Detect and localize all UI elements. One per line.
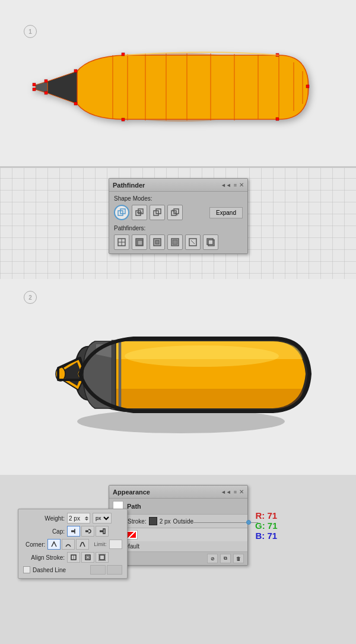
pathfinder-controls: ◄◄ ≡ ✕ — [221, 182, 244, 188]
svg-rect-61 — [100, 555, 104, 560]
intersect-btn[interactable] — [150, 205, 165, 220]
outline-btn[interactable] — [185, 234, 201, 250]
pathfinder-menu[interactable]: ≡ — [234, 182, 237, 188]
path-row: Path — [109, 499, 247, 515]
stroke-row[interactable]: 👁 Stroke: 2 px Outside — [109, 515, 247, 528]
divider-1 — [0, 166, 356, 168]
miter-corner-btn[interactable] — [47, 539, 61, 550]
pathfinders-row — [114, 234, 243, 250]
weight-spinner[interactable] — [85, 516, 88, 521]
stroke-detail-row — [109, 528, 247, 541]
rgb-values: R: 71 G: 71 B: 71 — [255, 510, 278, 541]
dashed-checkbox[interactable] — [23, 566, 30, 573]
weight-unit-select[interactable]: px — [93, 513, 112, 524]
appearance-menu[interactable]: ≡ — [234, 489, 237, 495]
round-corner-btn[interactable] — [62, 539, 75, 550]
shape-modes-row: Expand — [114, 205, 243, 220]
dash-input-2[interactable] — [107, 565, 122, 575]
svg-rect-42 — [173, 240, 177, 245]
expand-button[interactable]: Expand — [209, 207, 243, 218]
svg-rect-20 — [44, 80, 47, 83]
appearance-panel: Appearance ◄◄ ≡ ✕ Path 👁 Stroke: 2 px Ou… — [109, 485, 248, 566]
unite-btn[interactable] — [114, 205, 129, 220]
pathfinders-label: Pathfinders: — [114, 225, 243, 231]
weight-value: 2 px — [69, 515, 84, 522]
svg-rect-15 — [122, 53, 125, 56]
divide-btn[interactable] — [114, 234, 129, 250]
weight-row: Weight: 2 px px — [23, 513, 122, 524]
weight-input[interactable]: 2 px — [67, 513, 90, 524]
step-2-number: 2 — [24, 291, 37, 304]
align-center-btn[interactable] — [67, 552, 80, 563]
path-label: Path — [127, 503, 141, 510]
pathfinder-close[interactable]: ✕ — [239, 182, 244, 188]
duplicate-btn[interactable]: ⧉ — [220, 554, 231, 563]
svg-rect-19 — [306, 85, 309, 88]
butt-cap-btn[interactable] — [67, 526, 80, 537]
round-cap-btn[interactable] — [81, 526, 94, 537]
svg-rect-59 — [85, 555, 90, 560]
svg-rect-38 — [138, 240, 142, 245]
corner-row: Corner: Limit: — [23, 539, 122, 550]
align-inside-btn[interactable] — [81, 552, 94, 563]
svg-rect-56 — [103, 529, 105, 534]
align-buttons — [67, 552, 109, 563]
svg-rect-23 — [33, 88, 36, 91]
svg-rect-13 — [74, 69, 77, 72]
marker-wireframe — [30, 39, 326, 134]
pathfinder-body: Shape Modes: Expand Pathfinders: — [109, 192, 247, 253]
stroke-detail-swatch[interactable] — [126, 530, 138, 540]
rgb-b-value: B: 71 — [255, 531, 278, 541]
appearance-titlebar: Appearance ◄◄ ≡ ✕ — [109, 486, 247, 499]
minus-back-btn[interactable] — [203, 234, 218, 250]
appearance-title: Appearance — [113, 488, 150, 496]
corner-buttons — [47, 539, 89, 550]
appearance-body: Path 👁 Stroke: 2 px Outside ty: Default … — [109, 499, 247, 565]
shape-modes-label: Shape Modes: — [114, 195, 243, 202]
appearance-collapse[interactable]: ◄◄ — [221, 489, 231, 495]
projecting-cap-btn[interactable] — [96, 526, 109, 537]
limit-input[interactable] — [109, 540, 122, 549]
svg-rect-18 — [276, 118, 279, 120]
align-row: Align Stroke: — [23, 552, 122, 563]
trim-btn[interactable] — [132, 234, 147, 250]
weight-up[interactable] — [85, 516, 88, 518]
svg-line-44 — [191, 240, 195, 244]
svg-rect-50 — [112, 340, 115, 410]
step-1-number: 1 — [24, 25, 37, 38]
exclude-btn[interactable] — [167, 205, 183, 220]
marker-wireframe-svg — [30, 39, 326, 134]
opacity-row: ty: Default — [109, 541, 247, 551]
rgb-connector-dot — [246, 520, 251, 525]
limit-label: Limit: — [94, 541, 107, 547]
appearance-close[interactable]: ✕ — [239, 488, 244, 495]
dash-input-1[interactable] — [90, 565, 106, 575]
weight-label: Weight: — [23, 515, 65, 522]
svg-point-49 — [125, 345, 279, 367]
stroke-color-swatch[interactable] — [149, 517, 157, 525]
minus-btn[interactable] — [132, 205, 147, 220]
corner-label: Corner: — [23, 541, 45, 548]
svg-rect-16 — [122, 118, 125, 121]
rgb-g-value: G: 71 — [255, 521, 278, 531]
dashed-label: Dashed Line — [33, 567, 66, 573]
marker-rendered-svg — [42, 312, 314, 442]
svg-rect-51 — [119, 340, 121, 410]
appearance-controls: ◄◄ ≡ ✕ — [221, 488, 244, 495]
no-action-btn[interactable]: ⊘ — [207, 554, 218, 563]
align-outside-btn[interactable] — [96, 552, 109, 563]
stroke-position-text: Outside — [173, 518, 193, 525]
pathfinder-collapse[interactable]: ◄◄ — [221, 182, 231, 188]
bevel-corner-btn[interactable] — [76, 539, 89, 550]
stroke-value-text: 2 px — [160, 518, 171, 525]
delete-btn[interactable]: 🗑 — [233, 554, 244, 563]
cap-buttons — [67, 526, 109, 537]
marker-rendered — [30, 306, 326, 448]
align-label: Align Stroke: — [23, 554, 65, 561]
crop-btn[interactable] — [167, 234, 183, 250]
svg-rect-21 — [44, 91, 47, 94]
pathfinder-titlebar: Pathfinder ◄◄ ≡ ✕ — [109, 179, 247, 192]
weight-down[interactable] — [85, 519, 88, 521]
svg-rect-22 — [33, 83, 36, 86]
merge-btn[interactable] — [150, 234, 165, 250]
